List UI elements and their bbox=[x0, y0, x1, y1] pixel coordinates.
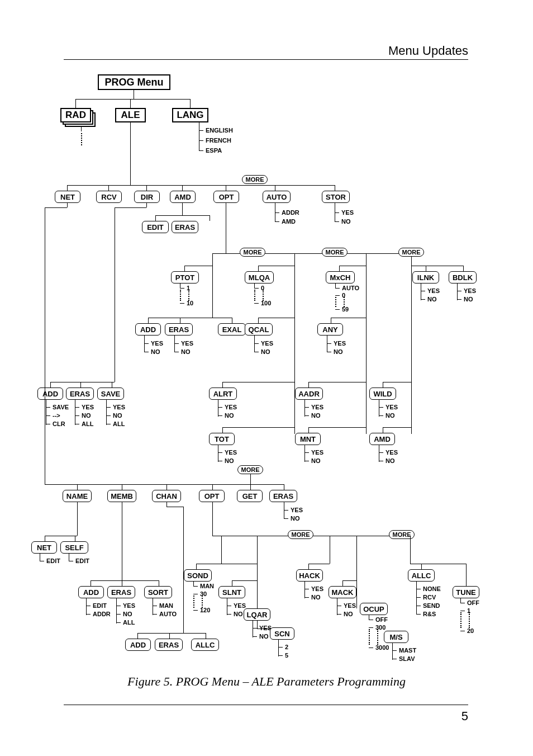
memb-sort: SORT bbox=[144, 586, 172, 598]
box-amd-r: AMD bbox=[369, 433, 395, 445]
sond-120: 120 bbox=[200, 607, 210, 613]
box-bdlk: BDLK bbox=[449, 271, 477, 284]
memb-eras-no: NO bbox=[123, 611, 132, 617]
net-eras-no: NO bbox=[291, 515, 300, 522]
slnt-yes: YES bbox=[234, 602, 246, 609]
dir-save-no: NO bbox=[113, 412, 122, 419]
name-self: SELF bbox=[60, 541, 88, 554]
tune-off: OFF bbox=[467, 599, 479, 606]
more-2a: MORE bbox=[240, 248, 265, 257]
stor-yes: YES bbox=[341, 209, 354, 216]
box-mxch: MxCH bbox=[326, 271, 355, 284]
more-2b: MORE bbox=[322, 248, 348, 257]
pt-add-yes: YES bbox=[151, 340, 163, 347]
pt-add: ADD bbox=[135, 323, 161, 336]
scn-5: 5 bbox=[285, 652, 288, 659]
dir-eras-yes: YES bbox=[82, 404, 94, 410]
box-opt: OPT bbox=[213, 191, 239, 203]
diagram: PROG Menu RAD ALE LANG ENGLISH FRENCH ES… bbox=[50, 73, 480, 665]
memb-add-addr: ADDR bbox=[93, 611, 111, 617]
lang-english: ENGLISH bbox=[206, 127, 233, 134]
more-3: MORE bbox=[237, 465, 263, 474]
memb-eras-yes: YES bbox=[123, 602, 135, 609]
box-ale: ALE bbox=[115, 108, 146, 122]
name-net-edit: EDIT bbox=[46, 557, 60, 564]
chan-eras: ERAS bbox=[155, 639, 183, 651]
mlqa-100: 100 bbox=[261, 300, 271, 306]
box-tune: TUNE bbox=[453, 586, 479, 598]
box-prog-menu: PROG Menu bbox=[98, 74, 170, 90]
memb-sort-auto: AUTO bbox=[159, 611, 177, 617]
net-memb: MEMB bbox=[107, 490, 136, 502]
memb-add-edit: EDIT bbox=[93, 602, 107, 609]
name-self-edit: EDIT bbox=[75, 557, 89, 564]
ptot-10: 10 bbox=[187, 300, 193, 306]
pt-eras-yes: YES bbox=[181, 340, 193, 347]
box-rad: RAD bbox=[60, 108, 91, 122]
more-ale: MORE bbox=[242, 175, 268, 184]
ocup-off: OFF bbox=[375, 616, 388, 623]
pt-add-no: NO bbox=[151, 348, 160, 355]
box-allc2: ALLC bbox=[408, 569, 435, 582]
allc-send: SEND bbox=[423, 602, 440, 609]
hack-yes: YES bbox=[311, 585, 323, 592]
stor-no: NO bbox=[341, 218, 351, 225]
allc-rcv: RCV bbox=[423, 594, 436, 601]
ilnk-no: NO bbox=[427, 296, 437, 303]
lang-french: FRENCH bbox=[206, 137, 231, 144]
box-rcv: RCV bbox=[96, 191, 122, 203]
mack-no: NO bbox=[344, 611, 353, 617]
box-wild: WILD bbox=[369, 388, 396, 400]
auto-amd: AMD bbox=[282, 218, 296, 225]
dir-add-clr: CLR bbox=[53, 420, 65, 427]
dir-save-all: ALL bbox=[113, 420, 125, 427]
scn-2: 2 bbox=[285, 644, 288, 650]
tune-20: 20 bbox=[467, 627, 474, 634]
bdlk-yes: YES bbox=[464, 287, 476, 294]
net-chan: CHAN bbox=[152, 490, 181, 502]
alrt-no: NO bbox=[225, 412, 234, 419]
allc-none: NONE bbox=[423, 585, 441, 592]
box-tot: TOT bbox=[209, 433, 235, 445]
aadr-no: NO bbox=[311, 412, 321, 419]
box-net: NET bbox=[55, 191, 80, 203]
dir-add: ADD bbox=[37, 388, 63, 400]
mack-yes: YES bbox=[344, 602, 356, 609]
lang-espa: ESPA bbox=[206, 147, 222, 154]
amd-r-yes: YES bbox=[386, 449, 398, 456]
box-qcal: QCAL bbox=[245, 323, 273, 336]
more-2c: MORE bbox=[398, 248, 424, 257]
box-lang: LANG bbox=[172, 108, 208, 122]
dir-save-yes: YES bbox=[113, 404, 125, 410]
box-mack: MACK bbox=[329, 586, 356, 598]
bdlk-no: NO bbox=[464, 296, 473, 303]
box-ilnk: ILNK bbox=[412, 271, 439, 284]
box-lqar: LQAR bbox=[244, 608, 270, 621]
any-no: NO bbox=[334, 348, 343, 355]
mnt-no: NO bbox=[311, 457, 321, 464]
sond-30: 30 bbox=[200, 590, 207, 597]
hack-no: NO bbox=[311, 594, 321, 601]
chan-add: ADD bbox=[125, 639, 151, 651]
aadr-yes: YES bbox=[311, 404, 323, 410]
box-aadr: AADR bbox=[295, 388, 323, 400]
net-name: NAME bbox=[63, 490, 92, 502]
footer-rule bbox=[64, 705, 468, 705]
chan-allc: ALLC bbox=[191, 639, 219, 651]
box-ms: M/S bbox=[384, 631, 408, 643]
dir-eras-no: NO bbox=[82, 412, 91, 419]
name-net: NET bbox=[31, 541, 57, 554]
page-number: 5 bbox=[461, 709, 468, 724]
dir-add-save: SAVE bbox=[53, 404, 69, 410]
box-auto: AUTO bbox=[263, 191, 291, 203]
memb-eras: ERAS bbox=[107, 586, 135, 598]
box-mlqa: MLQA bbox=[245, 271, 274, 284]
net-get: GET bbox=[237, 490, 263, 502]
alrt-yes: YES bbox=[225, 404, 237, 410]
qcal-yes: YES bbox=[261, 340, 273, 347]
amd-r-no: NO bbox=[386, 457, 395, 464]
memb-eras-all: ALL bbox=[123, 619, 135, 626]
net-eras-yes: YES bbox=[291, 507, 303, 513]
ms-mast: MAST bbox=[399, 647, 416, 654]
dir-add-arrow: --> bbox=[53, 412, 60, 419]
